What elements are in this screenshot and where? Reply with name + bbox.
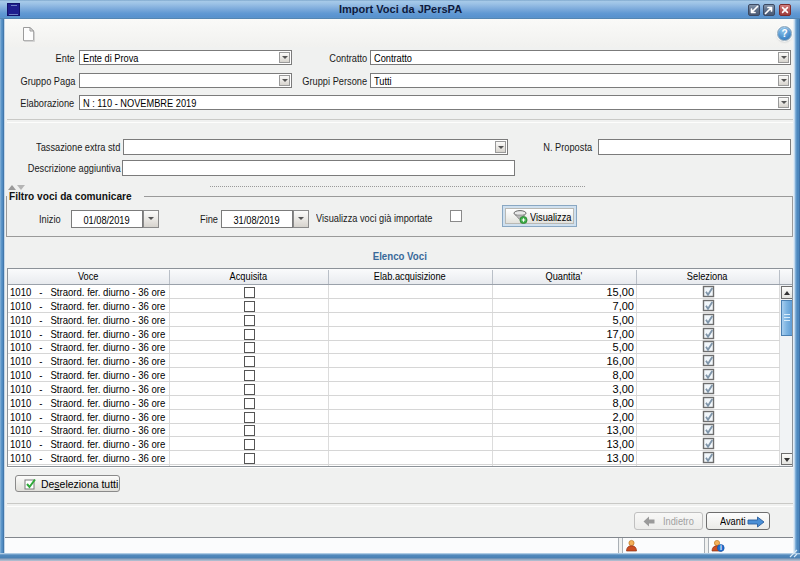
svg-text:i: i	[720, 544, 722, 551]
